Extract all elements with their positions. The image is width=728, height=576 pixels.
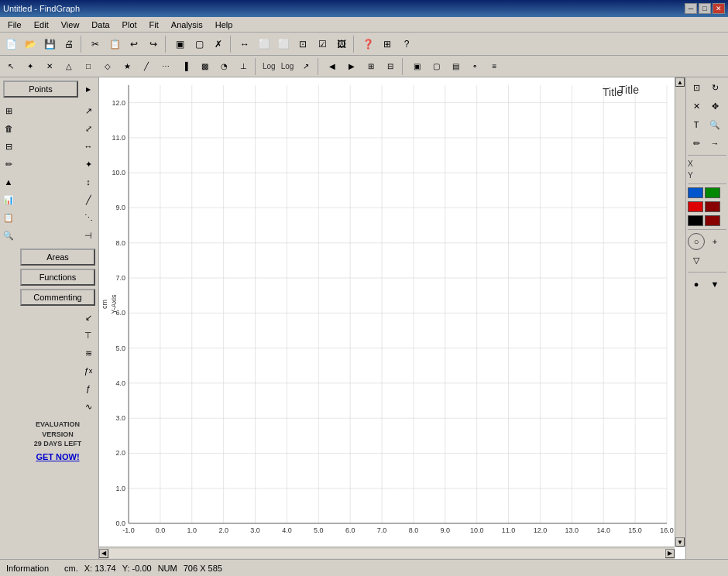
rt-rotate[interactable]: ↻	[706, 79, 723, 96]
tb-help[interactable]: ❓	[359, 35, 377, 53]
color-green[interactable]	[705, 187, 720, 198]
tb2-r4[interactable]: ⚬	[465, 58, 484, 75]
lp-icon3[interactable]: ⊟	[0, 138, 17, 155]
color-maroon[interactable]	[705, 215, 720, 226]
points-button[interactable]: Points	[3, 81, 78, 98]
lp-right3[interactable]: ↔	[80, 138, 97, 155]
expand-icon[interactable]: ▶	[80, 81, 97, 98]
tb-b2[interactable]: ▢	[190, 35, 208, 53]
tb-b6[interactable]: ⬜	[274, 35, 293, 53]
lp-icon7[interactable]: 📋	[0, 209, 17, 226]
lp-r12[interactable]: ƒx	[80, 362, 97, 379]
rt-tri-dn[interactable]: ▽	[688, 252, 705, 269]
lp-right2[interactable]: ⤢	[80, 120, 97, 137]
tb-undo[interactable]: ↩	[125, 35, 143, 53]
tb2-err[interactable]: ⊥	[234, 58, 252, 75]
color-red[interactable]	[688, 201, 703, 212]
functions-button[interactable]: Functions	[20, 269, 95, 286]
chart-hscroll[interactable]: ◀ ▶	[99, 547, 675, 559]
tb2-r5[interactable]: ≡	[485, 58, 503, 75]
tb-b8[interactable]: ☑	[313, 35, 331, 53]
minimize-button[interactable]: ─	[685, 3, 697, 14]
lp-right7[interactable]: ⋱	[80, 209, 97, 226]
rt-pen[interactable]: ✏	[688, 135, 705, 152]
tb2-zoom2[interactable]: ⊟	[381, 58, 400, 75]
lp-r14[interactable]: ∿	[80, 398, 97, 415]
color-dark[interactable]	[705, 201, 720, 212]
lp-right5[interactable]: ↕	[80, 173, 97, 190]
tb-b9[interactable]: 🖼	[332, 35, 351, 53]
rt-select[interactable]: ⊡	[688, 79, 705, 96]
lp-icon5[interactable]: ▲	[0, 173, 17, 190]
tb2-next[interactable]: ▶	[342, 58, 361, 75]
tb2-star[interactable]: ★	[118, 58, 136, 75]
tb2-cross[interactable]: ✕	[40, 58, 59, 75]
lp-icon4[interactable]: ✏	[0, 156, 17, 173]
lp-icon1[interactable]: ⊞	[0, 102, 17, 119]
tb-b5[interactable]: ⬜	[255, 35, 273, 53]
tb2-zoom[interactable]: ⊞	[362, 58, 380, 75]
color-black[interactable]	[688, 215, 703, 226]
tb2-select[interactable]: ↖	[2, 58, 20, 75]
tb-b3[interactable]: ✗	[209, 35, 228, 53]
lp-right8[interactable]: ⊣	[80, 227, 97, 244]
tb-copy[interactable]: 📋	[105, 35, 124, 53]
lp-icon6[interactable]: 📊	[0, 191, 17, 208]
lp-right6[interactable]: ╱	[80, 191, 97, 208]
get-now-button[interactable]: GET NOW!	[17, 452, 98, 461]
rt-circle[interactable]: ○	[688, 233, 705, 250]
lp-r10[interactable]: ⊤	[80, 327, 97, 344]
tb2-bar[interactable]: ▐	[176, 58, 194, 75]
tb-save[interactable]: 💾	[40, 35, 59, 53]
lp-r13[interactable]: ƒ	[80, 380, 97, 397]
rt-plus[interactable]: +	[706, 233, 723, 250]
commenting-button[interactable]: Commenting	[20, 289, 95, 306]
lp-icon2[interactable]: 🗑	[0, 120, 17, 137]
lp-right4[interactable]: ✦	[80, 156, 97, 173]
tb-b7[interactable]: ⊡	[294, 35, 312, 53]
tb2-dotline[interactable]: ⋯	[156, 58, 175, 75]
tb2-area[interactable]: ▩	[195, 58, 214, 75]
menu-file[interactable]: File	[3, 19, 26, 30]
rt-close[interactable]: ✕	[688, 98, 705, 115]
menu-fit[interactable]: Fit	[145, 19, 163, 30]
maximize-button[interactable]: □	[699, 3, 711, 14]
rt-search[interactable]: 🔍	[706, 116, 723, 133]
tb-question[interactable]: ?	[397, 35, 416, 53]
tb2-line[interactable]: ╱	[137, 58, 156, 75]
rt-move[interactable]: ✥	[706, 98, 723, 115]
lp-r11[interactable]: ≋	[80, 345, 97, 362]
tb-cut[interactable]: ✂	[86, 35, 105, 53]
tb-b1[interactable]: ▣	[170, 35, 189, 53]
tb2-r3[interactable]: ▤	[446, 58, 465, 75]
lp-r9[interactable]: ↙	[80, 309, 97, 326]
tb2-prev[interactable]: ◀	[323, 58, 342, 75]
lp-icon8[interactable]: 🔍	[0, 227, 17, 244]
menu-view[interactable]: View	[57, 19, 84, 30]
tb-table[interactable]: ⊞	[378, 35, 397, 53]
rt-text[interactable]: T	[688, 116, 705, 133]
tb2-diam[interactable]: ◇	[98, 58, 117, 75]
tb2-tri[interactable]: △	[60, 58, 78, 75]
color-blue[interactable]	[688, 187, 703, 198]
tb2-logx[interactable]: ↗	[297, 58, 315, 75]
tb-print[interactable]: 🖨	[60, 35, 78, 53]
chart-vscroll[interactable]: ▲ ▼	[675, 77, 685, 547]
menu-edit[interactable]: Edit	[29, 19, 53, 30]
tb-redo[interactable]: ↪	[144, 35, 163, 53]
rt-dropdown[interactable]: ▼	[706, 276, 723, 293]
rt-dot[interactable]: ●	[688, 276, 705, 293]
lp-right1[interactable]: ↗	[80, 102, 97, 119]
tb-new[interactable]: 📄	[2, 35, 20, 53]
tb2-sq[interactable]: □	[79, 58, 98, 75]
tb-open[interactable]: 📂	[21, 35, 39, 53]
tb2-r1[interactable]: ▣	[407, 58, 426, 75]
menu-plot[interactable]: Plot	[118, 19, 142, 30]
menu-analysis[interactable]: Analysis	[167, 19, 208, 30]
tb2-dot[interactable]: ✦	[21, 58, 39, 75]
tb-b4[interactable]: ↔	[235, 35, 254, 53]
menu-help[interactable]: Help	[211, 19, 238, 30]
rt-arrow[interactable]: →	[706, 135, 723, 152]
tb2-pie[interactable]: ◔	[215, 58, 233, 75]
close-button[interactable]: ✕	[713, 3, 725, 14]
